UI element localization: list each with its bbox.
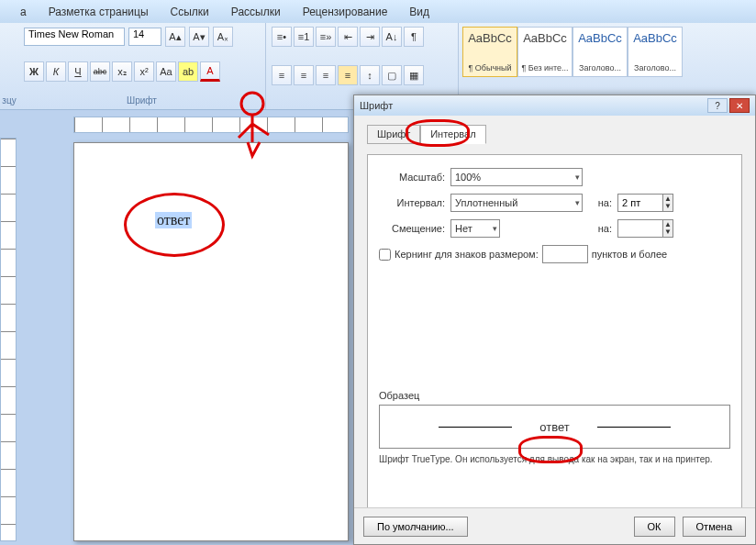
spacing-by-field[interactable] [617,194,663,212]
position-by-label: на: [588,223,612,234]
tab-references[interactable]: Ссылки [171,6,209,18]
bullets-icon[interactable]: ≡• [272,27,292,47]
bold-button[interactable]: Ж [24,61,44,82]
style-tile-heading1[interactable]: AaBbCc Заголово... [573,27,628,77]
italic-button[interactable]: К [46,61,66,82]
tab-spacing[interactable]: Интервал [420,125,485,144]
style-preview: AaBbCc [633,31,677,45]
style-preview: AaBbCc [578,31,622,45]
tab-home[interactable]: а [20,6,27,18]
kerning-checkbox[interactable] [379,249,391,261]
position-label: Смещение: [379,223,445,234]
tab-review[interactable]: Рецензирование [303,6,388,18]
document-area: ответ [0,110,353,545]
clipboard-label: зцу [2,95,16,106]
spinner-icon[interactable]: ▲▼ [662,219,673,238]
ok-button[interactable]: ОК [634,517,675,537]
align-left-icon[interactable]: ≡ [272,65,292,85]
strike-button[interactable]: abc [90,61,110,82]
tab-view[interactable]: Вид [409,6,429,18]
position-dropdown[interactable]: Нет [450,219,500,238]
spacing-dropdown[interactable]: Уплотненный [450,194,583,212]
help-icon[interactable]: ? [707,98,728,113]
kerning-size-field [542,245,588,263]
spinner-icon[interactable]: ▲▼ [662,194,673,212]
preview-description: Шрифт TrueType. Он используется для выво… [379,454,730,464]
show-marks-icon[interactable]: ¶ [404,27,424,47]
style-preview: AaBbCc [468,31,512,45]
document-page[interactable]: ответ [73,142,349,541]
align-center-icon[interactable]: ≡ [294,65,314,85]
default-button[interactable]: По умолчанию... [363,517,468,537]
scale-dropdown[interactable]: 100% [450,168,583,186]
grow-font-icon[interactable]: A▴ [165,27,185,47]
preview-text: ответ [539,420,569,434]
font-size-combo[interactable]: 14 [128,28,161,46]
style-name: ¶ Обычный [468,63,511,72]
align-right-icon[interactable]: ≡ [316,65,336,85]
ribbon-tabs: а Разметка страницы Ссылки Рассылки Реце… [0,0,756,23]
font-dialog: Шрифт ? ✕ Шрифт Интервал Масштаб: 100% И… [353,95,756,545]
font-color-icon[interactable]: A [200,61,220,82]
style-name: ¶ Без инте... [521,63,568,72]
close-icon[interactable]: ✕ [729,98,750,113]
vertical-ruler[interactable] [0,138,17,541]
style-tile-normal[interactable]: AaBbCc ¶ Обычный [462,27,517,77]
clipboard-group: зцу [0,23,18,109]
font-name-combo[interactable]: Times New Roman [24,28,125,46]
style-name: Заголово... [634,63,676,72]
indent-dec-icon[interactable]: ⇤ [338,27,358,47]
spacing-label: Интервал: [379,197,445,208]
tab-mailings[interactable]: Рассылки [231,6,281,18]
multilevel-icon[interactable]: ≡» [316,27,336,47]
font-group-label: Шрифт [24,95,260,106]
preview-label: Образец [379,390,730,401]
tab-page-layout[interactable]: Разметка страницы [49,6,149,18]
highlight-icon[interactable]: ab [178,61,198,82]
shading-icon[interactable]: ▢ [382,65,402,85]
style-tile-heading2[interactable]: AaBbCc Заголово... [628,27,683,77]
font-group: Times New Roman 14 A▴ A▾ Aₓ Ж К Ч abc x₂… [18,23,266,109]
superscript-icon[interactable]: x² [134,61,154,82]
style-preview: AaBbCc [523,31,567,45]
selected-text[interactable]: ответ [155,212,192,228]
cancel-button[interactable]: Отмена [683,517,746,537]
tab-font[interactable]: Шрифт [367,125,420,144]
horizontal-ruler[interactable] [73,117,349,133]
scale-label: Масштаб: [379,172,445,183]
kerning-units: пунктов и более [592,249,667,260]
line-spacing-icon[interactable]: ↕ [360,65,380,85]
dialog-buttons: По умолчанию... ОК Отмена [354,507,755,544]
sort-icon[interactable]: A↓ [382,27,402,47]
numbering-icon[interactable]: ≡1 [294,27,314,47]
borders-icon[interactable]: ▦ [404,65,424,85]
style-name: Заголово... [579,63,621,72]
underline-button[interactable]: Ч [68,61,88,82]
clear-format-icon[interactable]: Aₓ [213,27,233,47]
change-case-icon[interactable]: Aa [156,61,176,82]
subscript-icon[interactable]: x₂ [112,61,132,82]
kerning-label: Кернинг для знаков размером: [395,249,539,260]
preview-frame: ответ [379,405,730,449]
shrink-font-icon[interactable]: A▾ [189,27,209,47]
position-by-field[interactable] [617,219,663,238]
dialog-tabs: Шрифт Интервал [367,125,742,144]
dialog-title-text: Шрифт [360,100,393,111]
tab-pane-spacing: Масштаб: 100% Интервал: Уплотненный на: … [367,154,742,517]
justify-icon[interactable]: ≡ [338,65,358,85]
dialog-titlebar[interactable]: Шрифт ? ✕ [354,95,755,116]
style-tile-no-spacing[interactable]: AaBbCc ¶ Без инте... [517,27,573,77]
spacing-by-label: на: [588,197,612,208]
indent-inc-icon[interactable]: ⇥ [360,27,380,47]
